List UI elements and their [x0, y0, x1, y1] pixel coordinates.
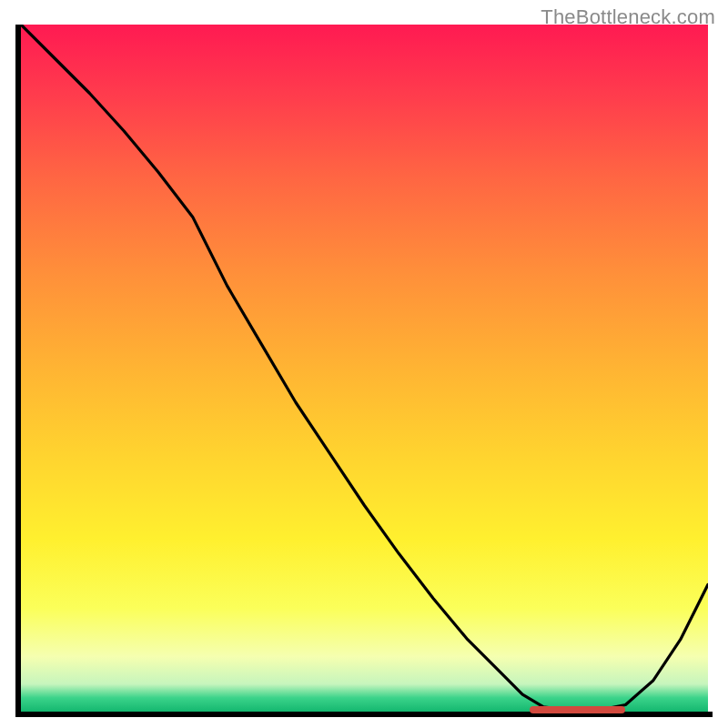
optimal-range-marker — [530, 706, 626, 713]
curve-svg — [21, 25, 708, 712]
chart-stage: TheBottleneck.com — [0, 0, 728, 728]
bottleneck-curve — [21, 25, 708, 710]
